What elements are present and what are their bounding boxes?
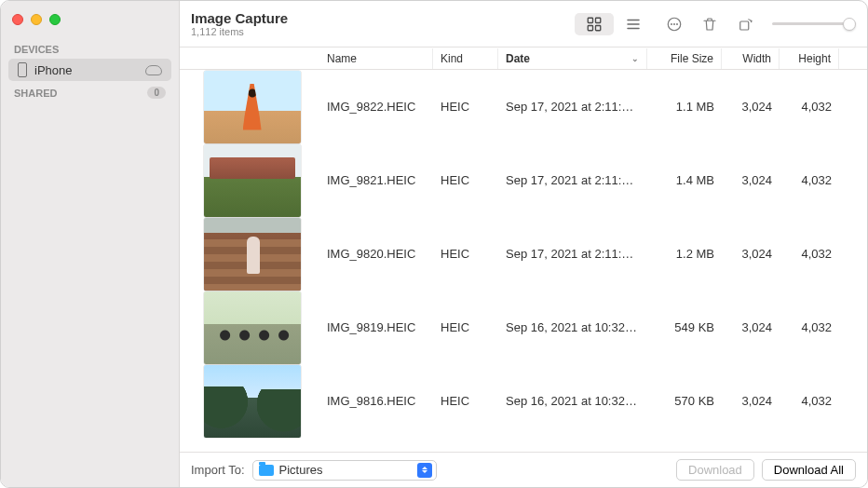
dropdown-indicator-icon bbox=[417, 463, 432, 478]
shared-label: SHARED bbox=[14, 88, 57, 99]
sidebar-section-devices: DEVICES bbox=[1, 38, 179, 59]
sidebar: DEVICES iPhone SHARED 0 bbox=[1, 1, 180, 487]
svg-point-9 bbox=[673, 23, 675, 25]
delete-button[interactable] bbox=[696, 12, 724, 36]
cell-width: 3,024 bbox=[722, 394, 780, 408]
destination-name: Pictures bbox=[279, 463, 412, 477]
cell-height: 4,032 bbox=[780, 100, 839, 114]
cell-name: IMG_9822.HEIC bbox=[319, 100, 433, 114]
cell-height: 4,032 bbox=[780, 173, 839, 187]
cell-height: 4,032 bbox=[780, 394, 839, 408]
col-name[interactable]: Name bbox=[319, 48, 433, 69]
phone-icon bbox=[18, 62, 27, 77]
cell-date: Sep 17, 2021 at 2:11:24… bbox=[498, 173, 647, 187]
cell-kind: HEIC bbox=[433, 247, 498, 261]
body-area: DEVICES iPhone SHARED 0 Image Capture 1,… bbox=[1, 1, 867, 487]
cell-width: 3,024 bbox=[722, 100, 780, 114]
cell-name: IMG_9821.HEIC bbox=[319, 173, 433, 187]
cell-name: IMG_9819.HEIC bbox=[319, 320, 433, 334]
shared-count-badge: 0 bbox=[147, 87, 166, 99]
svg-rect-1 bbox=[596, 18, 601, 22]
cell-height: 4,032 bbox=[780, 247, 839, 261]
cell-name: IMG_9820.HEIC bbox=[319, 247, 433, 261]
table-row[interactable]: IMG_9816.HEIC HEIC Sep 16, 2021 at 10:32… bbox=[180, 364, 867, 438]
grid-view-button[interactable] bbox=[575, 13, 614, 35]
devices-label: DEVICES bbox=[14, 44, 59, 55]
col-width[interactable]: Width bbox=[722, 48, 780, 69]
cell-size: 1.4 MB bbox=[647, 173, 722, 187]
maximize-icon[interactable] bbox=[49, 14, 61, 25]
list-view-button[interactable] bbox=[614, 13, 653, 35]
cell-kind: HEIC bbox=[433, 100, 498, 114]
svg-point-8 bbox=[671, 23, 672, 25]
cell-size: 1.2 MB bbox=[647, 247, 722, 261]
item-count: 1,112 items bbox=[191, 26, 288, 37]
svg-rect-3 bbox=[596, 25, 601, 30]
download-button[interactable]: Download bbox=[676, 459, 754, 481]
minimize-icon[interactable] bbox=[31, 14, 42, 25]
svg-rect-11 bbox=[740, 21, 749, 30]
cloud-icon bbox=[145, 65, 162, 75]
cell-size: 549 KB bbox=[647, 320, 722, 334]
download-all-button[interactable]: Download All bbox=[762, 459, 856, 481]
import-to-label: Import To: bbox=[191, 463, 245, 477]
table-row[interactable]: IMG_9820.HEIC HEIC Sep 17, 2021 at 2:11:… bbox=[180, 217, 867, 291]
rotate-icon bbox=[737, 16, 753, 33]
grid-icon bbox=[586, 16, 603, 33]
file-list: IMG_9822.HEIC HEIC Sep 17, 2021 at 2:11:… bbox=[180, 70, 867, 452]
main-area: Image Capture 1,112 items bbox=[180, 1, 867, 487]
trash-icon bbox=[701, 16, 718, 33]
cell-date: Sep 16, 2021 at 10:32:1… bbox=[498, 320, 647, 334]
footer-bar: Import To: Pictures Download Download Al… bbox=[180, 452, 867, 487]
thumbnail bbox=[204, 218, 301, 291]
cell-date: Sep 17, 2021 at 2:11:30… bbox=[498, 100, 647, 114]
cell-width: 3,024 bbox=[722, 173, 780, 187]
svg-point-10 bbox=[676, 23, 678, 25]
col-height[interactable]: Height bbox=[780, 48, 839, 69]
table-row[interactable]: IMG_9819.HEIC HEIC Sep 16, 2021 at 10:32… bbox=[180, 291, 867, 364]
ellipsis-circle-icon bbox=[666, 16, 683, 33]
app-title: Image Capture bbox=[191, 10, 288, 26]
close-icon[interactable] bbox=[12, 14, 23, 25]
cell-size: 570 KB bbox=[647, 394, 722, 408]
thumbnail bbox=[204, 365, 301, 438]
list-icon bbox=[625, 16, 642, 33]
toolbar: Image Capture 1,112 items bbox=[180, 1, 867, 47]
chevron-down-icon: ⌄ bbox=[631, 54, 639, 63]
table-row[interactable]: IMG_9821.HEIC HEIC Sep 17, 2021 at 2:11:… bbox=[180, 143, 867, 217]
rotate-button[interactable] bbox=[731, 12, 759, 36]
folder-icon bbox=[259, 465, 274, 476]
cell-height: 4,032 bbox=[780, 320, 839, 334]
thumbnail bbox=[204, 291, 301, 364]
sidebar-section-shared: SHARED 0 bbox=[1, 81, 179, 102]
slider-knob[interactable] bbox=[843, 18, 856, 31]
thumbnail bbox=[204, 71, 301, 143]
thumbnail bbox=[204, 144, 301, 217]
col-date[interactable]: Date⌄ bbox=[498, 48, 647, 69]
col-filesize[interactable]: File Size bbox=[647, 48, 722, 69]
svg-rect-0 bbox=[588, 18, 592, 22]
cell-kind: HEIC bbox=[433, 394, 498, 408]
table-row[interactable]: IMG_9822.HEIC HEIC Sep 17, 2021 at 2:11:… bbox=[180, 70, 867, 143]
cell-width: 3,024 bbox=[722, 320, 780, 334]
import-destination-select[interactable]: Pictures bbox=[252, 460, 437, 481]
cell-date: Sep 17, 2021 at 2:11:21… bbox=[498, 247, 647, 261]
more-options-button[interactable] bbox=[660, 12, 688, 36]
cell-kind: HEIC bbox=[433, 173, 498, 187]
sidebar-item-iphone[interactable]: iPhone bbox=[8, 59, 171, 81]
title-block: Image Capture 1,112 items bbox=[191, 10, 288, 37]
sidebar-item-label: iPhone bbox=[34, 63, 72, 77]
cell-width: 3,024 bbox=[722, 247, 780, 261]
cell-size: 1.1 MB bbox=[647, 100, 722, 114]
cell-date: Sep 16, 2021 at 10:32:0… bbox=[498, 394, 647, 408]
svg-rect-2 bbox=[588, 25, 592, 30]
column-headers: Name Kind Date⌄ File Size Width Height bbox=[180, 47, 867, 70]
col-kind[interactable]: Kind bbox=[433, 48, 498, 69]
view-mode-segment bbox=[575, 13, 653, 35]
thumbnail-zoom-slider[interactable] bbox=[772, 15, 856, 34]
window-controls bbox=[1, 7, 179, 38]
app-window: DEVICES iPhone SHARED 0 Image Capture 1,… bbox=[0, 0, 868, 488]
cell-name: IMG_9816.HEIC bbox=[319, 394, 433, 408]
cell-kind: HEIC bbox=[433, 320, 498, 334]
